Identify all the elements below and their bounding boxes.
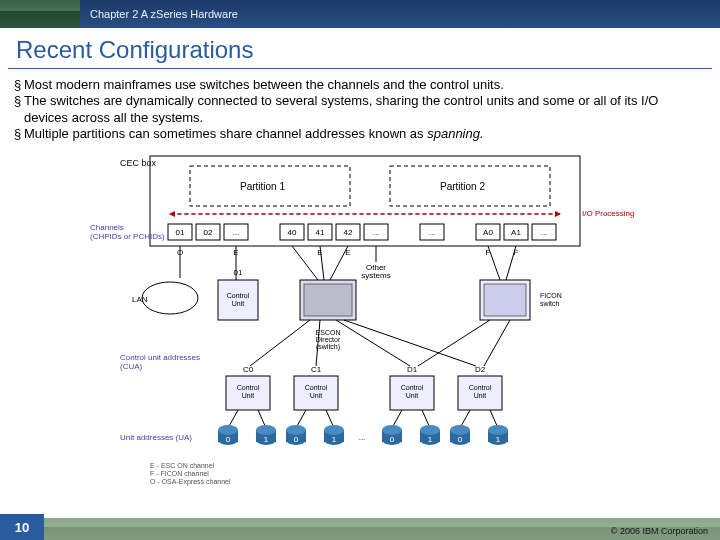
partition-label: Partition 1 (240, 181, 285, 192)
svg-text:D1: D1 (407, 365, 418, 374)
ficon-switch: FICONswitch (480, 280, 562, 320)
svg-point-41 (142, 282, 198, 314)
svg-text:1: 1 (332, 435, 337, 444)
svg-text:F - FICON channel: F - FICON channel (150, 470, 209, 477)
svg-text:01: 01 (234, 268, 243, 277)
svg-text:42: 42 (344, 228, 353, 237)
svg-line-55 (418, 320, 490, 366)
disk-row: 0 1 0 1 ... 0 1 0 1 (218, 425, 508, 445)
copyright: © 2006 IBM Corporation (611, 526, 708, 536)
page-title: Recent Configurations (8, 28, 712, 69)
svg-text:40: 40 (288, 228, 297, 237)
svg-point-83 (256, 425, 276, 435)
svg-text:02: 02 (204, 228, 213, 237)
lan-label: LAN (132, 295, 148, 304)
bullet-item: Most modern mainframes use switches betw… (14, 77, 706, 93)
svg-line-56 (484, 320, 510, 366)
svg-text:0: 0 (458, 435, 463, 444)
svg-text:A1: A1 (511, 228, 521, 237)
escon-switch: ESCONDirector(switch) (300, 280, 356, 351)
svg-line-40 (506, 246, 516, 280)
svg-text:...: ... (541, 228, 548, 237)
legend: E - ESC ON channel F - FICON channel O -… (150, 462, 231, 486)
svg-line-35 (292, 246, 318, 280)
svg-text:1: 1 (428, 435, 433, 444)
svg-text:O - OSA-Express channel: O - OSA-Express channel (150, 478, 231, 486)
svg-text:41: 41 (316, 228, 325, 237)
svg-text:1: 1 (264, 435, 269, 444)
svg-point-108 (488, 425, 508, 435)
svg-line-54 (344, 320, 476, 366)
svg-line-53 (336, 320, 410, 366)
svg-text:E - ESC ON channel: E - ESC ON channel (150, 462, 215, 469)
chapter-label: Chapter 2 A zSeries Hardware (90, 8, 238, 20)
svg-text:...: ... (429, 228, 436, 237)
spanning-word: spanning. (427, 126, 483, 141)
svg-text:0: 0 (390, 435, 395, 444)
svg-text:C0: C0 (243, 365, 254, 374)
svg-point-100 (420, 425, 440, 435)
control-unit-01: 01 ControlUnit (218, 268, 258, 320)
svg-text:FICONswitch: FICONswitch (540, 292, 562, 307)
svg-point-104 (450, 425, 470, 435)
bottom-control-units: C0ControlUnit C1ControlUnit D1ControlUni… (226, 365, 502, 410)
svg-point-91 (324, 425, 344, 435)
svg-rect-46 (304, 284, 352, 316)
svg-text:01: 01 (176, 228, 185, 237)
svg-point-79 (218, 425, 238, 435)
svg-rect-49 (484, 284, 526, 316)
configuration-diagram: CEC box Partition 1 Partition 2 I/O Proc… (80, 150, 640, 490)
svg-text:...: ... (359, 433, 366, 442)
svg-point-87 (286, 425, 306, 435)
cua-label: Control unit addresses(CUA) (120, 353, 200, 371)
partition-label: Partition 2 (440, 181, 485, 192)
svg-text:...: ... (233, 228, 240, 237)
bullet-item: The switches are dynamically connected t… (14, 93, 706, 126)
svg-line-37 (330, 246, 348, 280)
svg-line-51 (250, 320, 310, 366)
svg-text:...: ... (373, 228, 380, 237)
channels-label: Channels(CHPIDs or PCHIDs) (90, 223, 165, 241)
page-number: 10 (0, 514, 44, 540)
svg-text:0: 0 (226, 435, 231, 444)
svg-line-39 (488, 246, 500, 280)
cec-label: CEC box (120, 158, 157, 168)
svg-text:1: 1 (496, 435, 501, 444)
svg-point-96 (382, 425, 402, 435)
top-bar: Chapter 2 A zSeries Hardware (0, 0, 720, 28)
svg-text:C1: C1 (311, 365, 322, 374)
svg-text:A0: A0 (483, 228, 493, 237)
top-accent (0, 0, 80, 28)
svg-text:D2: D2 (475, 365, 486, 374)
other-systems-label: Othersystems (361, 263, 390, 280)
channel-type-row: O E E E F F (177, 248, 519, 257)
ua-label: Unit addresses (UA) (120, 433, 192, 442)
footer: 10 © 2006 IBM Corporation (0, 514, 720, 540)
io-label: I/O Processing (582, 209, 634, 218)
bullet-list: Most modern mainframes use switches betw… (0, 77, 720, 142)
bullet-item: Multiple partitions can sometimes share … (14, 126, 706, 142)
channel-row: 01 02 ... 40 41 42 ... ... A0 A1 ... (168, 224, 556, 240)
svg-text:0: 0 (294, 435, 299, 444)
